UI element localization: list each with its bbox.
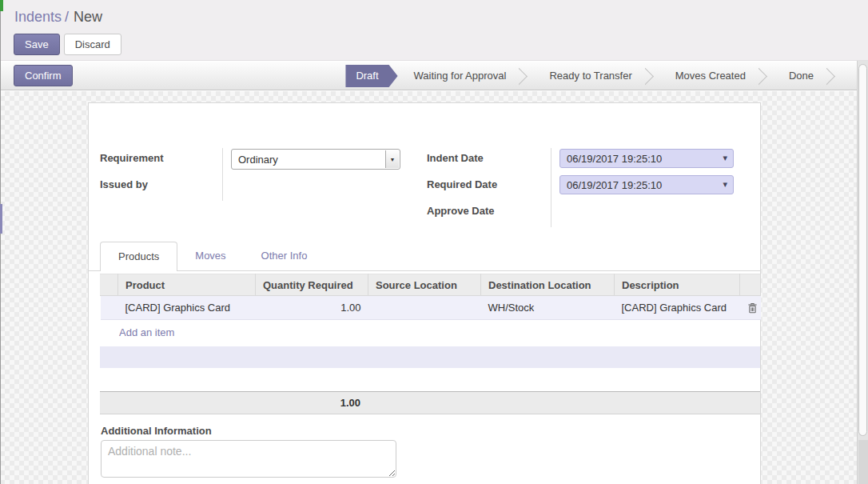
approve-date-field — [559, 201, 751, 202]
confirm-button[interactable]: Confirm — [14, 65, 73, 86]
breadcrumb-current: New — [74, 9, 102, 25]
products-table: Product Quantity Required Source Locatio… — [100, 274, 761, 320]
row-selector-cell — [101, 296, 118, 320]
delete-row-button[interactable] — [740, 296, 761, 320]
left-edge-scroll-indicator — [0, 204, 2, 234]
save-button[interactable]: Save — [14, 34, 60, 55]
field-row-requirement: Requirement Ordinary ▼ — [100, 148, 416, 174]
field-row-issued-by: Issued by — [100, 174, 416, 201]
field-row-indent-date: Indent Date 06/19/2017 19:25:10 ▾ — [427, 148, 751, 174]
additional-note-textarea[interactable] — [101, 440, 396, 478]
add-an-item-link[interactable]: Add an item — [100, 322, 760, 344]
indent-date-label: Indent Date — [427, 148, 551, 164]
trash-icon — [747, 302, 758, 314]
chevron-right-icon — [645, 65, 663, 87]
col-header-quantity-required[interactable]: Quantity Required — [256, 274, 368, 296]
requirement-selected-value: Ordinary — [238, 154, 278, 166]
chevron-right-icon — [759, 65, 776, 87]
col-header-description[interactable]: Description — [615, 274, 740, 296]
indent-date-field[interactable]: 06/19/2017 19:25:10 ▾ — [559, 149, 734, 168]
breadcrumb-indents-link[interactable]: Indents — [14, 9, 62, 25]
cell-quantity-required[interactable]: 1.00 — [256, 296, 368, 320]
form-background: Requirement Ordinary ▼ Issued by Indent … — [0, 91, 868, 484]
cell-description[interactable]: [CARD] Graphics Card — [615, 296, 740, 320]
requirement-select[interactable]: Ordinary ▼ — [231, 149, 400, 170]
field-separator — [551, 201, 551, 227]
cell-product[interactable]: [CARD] Graphics Card — [118, 296, 256, 320]
issued-by-field[interactable] — [231, 174, 416, 175]
vertical-scrollbar[interactable] — [857, 61, 868, 484]
field-group-left: Requirement Ordinary ▼ Issued by — [100, 148, 416, 201]
status-step-waiting-for-approval[interactable]: Waiting for Approval — [401, 65, 520, 87]
approve-date-label: Approve Date — [427, 201, 551, 217]
products-table-header-row: Product Quantity Required Source Locatio… — [101, 274, 761, 296]
empty-new-row[interactable] — [100, 346, 760, 368]
record-action-buttons: Save Discard — [14, 34, 121, 55]
additional-information-label: Additional Information — [101, 425, 212, 437]
field-separator — [222, 148, 223, 174]
calendar-dropdown-icon[interactable]: ▾ — [723, 153, 727, 163]
field-row-required-date: Required Date 06/19/2017 19:25:10 ▾ — [427, 174, 751, 201]
col-header-source-location[interactable]: Source Location — [368, 274, 481, 296]
status-step-ready-to-transfer[interactable]: Ready to Transfer — [536, 65, 644, 87]
scrollbar-thumb[interactable] — [858, 64, 867, 436]
col-header-product[interactable]: Product — [118, 274, 256, 296]
discard-button[interactable]: Discard — [64, 34, 121, 55]
chevron-right-icon — [519, 65, 536, 87]
field-row-approve-date: Approve Date — [427, 201, 751, 227]
status-step-moves-created[interactable]: Moves Created — [663, 65, 759, 87]
field-group-right: Indent Date 06/19/2017 19:25:10 ▾ Requir… — [427, 148, 751, 227]
statusbar: Confirm Draft Waiting for Approval Ready… — [0, 61, 857, 90]
status-step-draft[interactable]: Draft — [345, 65, 397, 87]
select-arrow-icon[interactable]: ▼ — [385, 150, 399, 168]
field-separator — [222, 174, 223, 201]
notebook-tabs: Products Moves Other Info — [89, 242, 760, 271]
status-pipeline: Draft Waiting for Approval Ready to Tran… — [345, 65, 844, 87]
table-total-row: 1.00 — [100, 391, 760, 414]
total-quantity-value: 1.00 — [255, 397, 368, 409]
calendar-dropdown-icon[interactable]: ▾ — [723, 179, 727, 190]
row-selector-header — [101, 274, 118, 296]
form-sheet: Requirement Ordinary ▼ Issued by Indent … — [88, 102, 761, 484]
left-edge-green-marker — [0, 0, 3, 11]
required-date-value: 06/19/2017 19:25:10 — [567, 179, 662, 191]
required-date-field[interactable]: 06/19/2017 19:25:10 ▾ — [559, 175, 734, 194]
breadcrumb: Indents/New — [14, 9, 102, 26]
field-separator — [551, 174, 551, 201]
table-row[interactable]: [CARD] Graphics Card 1.00 WH/Stock [CARD… — [101, 296, 761, 320]
chevron-right-icon — [826, 65, 844, 87]
indent-date-value: 06/19/2017 19:25:10 — [567, 153, 662, 165]
breadcrumb-separator: / — [65, 9, 69, 25]
required-date-label: Required Date — [427, 174, 551, 190]
issued-by-label: Issued by — [100, 174, 222, 190]
requirement-label: Requirement — [100, 148, 222, 164]
delete-column-header — [740, 274, 761, 296]
tab-moves[interactable]: Moves — [177, 242, 243, 270]
scrollbar-track-lower[interactable] — [858, 440, 868, 484]
status-step-done[interactable]: Done — [776, 65, 826, 87]
top-header-bar: Indents/New Save Discard — [0, 0, 868, 61]
field-separator — [551, 148, 551, 174]
tab-other-info[interactable]: Other Info — [244, 242, 325, 270]
tab-products[interactable]: Products — [100, 242, 177, 271]
left-window-edge — [0, 0, 1, 484]
cell-source-location[interactable] — [368, 296, 481, 320]
cell-destination-location[interactable]: WH/Stock — [481, 296, 615, 320]
col-header-destination-location[interactable]: Destination Location — [481, 274, 615, 296]
